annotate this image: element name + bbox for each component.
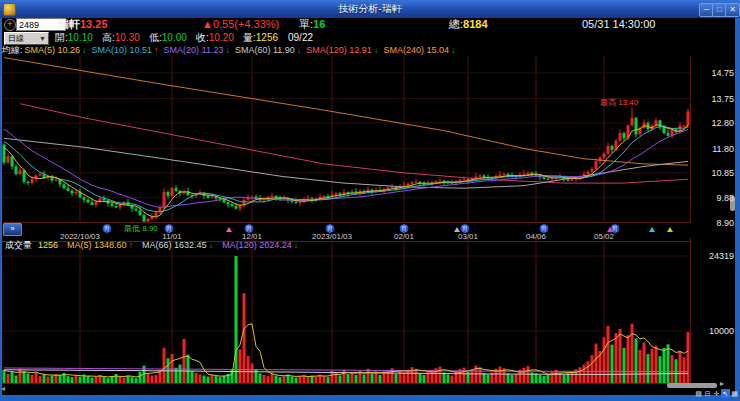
candle-body — [175, 188, 178, 191]
volume-bar — [655, 346, 658, 384]
candle-body — [611, 146, 614, 150]
candle-body — [391, 187, 394, 188]
volume-bar — [343, 370, 346, 384]
price-chart[interactable] — [2, 56, 690, 223]
new-doc-icon[interactable]: ▤ — [694, 389, 703, 398]
candle-body — [3, 145, 6, 163]
event-triangle-icon[interactable] — [649, 227, 655, 232]
volume-legend-title: 成交量 — [5, 240, 32, 250]
ohlc-bar: 日線▼ 開:10.10 高:10.30 低:10.00 收:10.20 量:12… — [2, 31, 735, 44]
event-calendar-icon[interactable]: 月 — [103, 224, 112, 233]
pan-hand-icon[interactable]: ✛ — [712, 389, 721, 398]
volume-bar — [647, 354, 650, 383]
volume-bar — [615, 333, 618, 383]
candle-body — [275, 196, 278, 198]
candle-body — [143, 215, 146, 221]
candle-body — [63, 184, 66, 188]
scrollbar-thumb[interactable] — [667, 383, 717, 388]
sma-legend: 均線:SMA(5) 10.26↓SMA(10) 10.51↑SMA(20) 11… — [2, 44, 735, 56]
volume-axis-line — [690, 238, 691, 385]
volume-chart[interactable] — [2, 238, 690, 385]
price-tick-label: 13.75 — [692, 94, 734, 104]
candle-body — [607, 146, 610, 154]
sma-legend-item: SMA(60) 11.90 — [235, 45, 295, 55]
volume-bar — [123, 378, 126, 384]
candle-body — [15, 166, 18, 174]
event-calendar-icon[interactable]: 月 — [540, 224, 549, 233]
volume-bar — [527, 366, 530, 383]
candle-body — [595, 161, 598, 169]
volume-chart-pane[interactable] — [2, 238, 690, 385]
event-calendar-icon[interactable]: 月 — [326, 224, 335, 233]
candle-body — [451, 183, 454, 184]
volume-bar — [263, 375, 266, 383]
event-triangle-icon[interactable] — [667, 227, 673, 232]
close-value: 10.20 — [209, 32, 234, 43]
event-calendar-icon[interactable]: 月 — [461, 224, 470, 233]
open-value: 10.10 — [68, 32, 93, 43]
volume-bar — [679, 351, 682, 383]
volume-bar — [195, 373, 198, 383]
volume-bar — [627, 335, 630, 383]
volume-bar — [27, 373, 30, 383]
volume-bar — [115, 374, 118, 383]
candle-body — [227, 202, 230, 204]
candle-body — [71, 191, 74, 194]
volume-bar — [603, 337, 606, 383]
volume-bar — [299, 376, 302, 383]
volume-bar — [423, 375, 426, 383]
price-tick-label: 9.88 — [692, 193, 734, 203]
volume-bar — [75, 376, 78, 384]
grid-icon[interactable]: ▦ — [730, 389, 739, 398]
volume-bar — [147, 374, 150, 383]
price-tick-label: 10.85 — [692, 168, 734, 178]
skip-left-button[interactable]: » — [3, 223, 22, 236]
volume-bar — [203, 376, 206, 384]
volume-bar — [239, 349, 242, 383]
candle-body — [207, 196, 210, 198]
sma-legend-prefix: 均線: — [2, 45, 23, 55]
volume-bar — [487, 374, 490, 383]
lock-icon[interactable]: ⊟ — [703, 389, 712, 398]
cursor-icon[interactable]: ↖ — [721, 389, 730, 398]
volume-bar — [59, 375, 62, 383]
volume-bar — [367, 369, 370, 384]
close-button[interactable]: ✕ — [725, 3, 740, 17]
ma-line — [4, 138, 688, 188]
volume-bar — [407, 370, 410, 384]
price-chart-pane[interactable] — [2, 56, 690, 223]
volume-bar — [103, 377, 106, 383]
event-triangle-icon[interactable] — [607, 227, 613, 232]
volume-bar — [259, 373, 262, 383]
volume-bar — [295, 378, 298, 384]
quote-datetime: 05/31 14:30:00 — [582, 18, 655, 31]
event-triangle-icon[interactable] — [226, 227, 232, 232]
volume-bar — [411, 367, 414, 383]
chart-toolbar: ▤⊟✛↖▦▥◉⊙−+ — [694, 389, 740, 398]
candle-body — [547, 179, 550, 180]
volume-bar — [127, 376, 130, 384]
candle-body — [87, 200, 90, 203]
scroll-left-arrow[interactable]: ◂ — [1, 385, 9, 393]
last-price: 13.25 — [80, 18, 108, 31]
event-calendar-icon[interactable]: 月 — [400, 224, 409, 233]
event-calendar-icon[interactable]: 月 — [245, 224, 254, 233]
candle-body — [527, 173, 530, 174]
volume-legend-value: 1256 — [38, 240, 58, 250]
volume-bar — [643, 343, 646, 384]
candle-body — [407, 184, 410, 186]
event-triangle-icon[interactable] — [454, 227, 460, 232]
volume-bar — [155, 375, 158, 383]
volume-bar — [275, 376, 278, 384]
candle-body — [603, 154, 606, 158]
volume-bar — [119, 377, 122, 384]
scroll-right-arrow[interactable]: ▸ — [720, 380, 728, 388]
circle-plus-icon[interactable]: + — [4, 19, 16, 31]
volume-ma-item: MA(5) 1348.60 — [67, 240, 127, 250]
volume-bar — [479, 367, 482, 383]
price-change: ▲0.55(+4.33%) — [202, 18, 279, 31]
event-calendar-icon[interactable]: 月 — [165, 224, 174, 233]
candle-body — [271, 196, 274, 197]
volume-bar — [267, 376, 270, 383]
volume-bar — [175, 368, 178, 384]
